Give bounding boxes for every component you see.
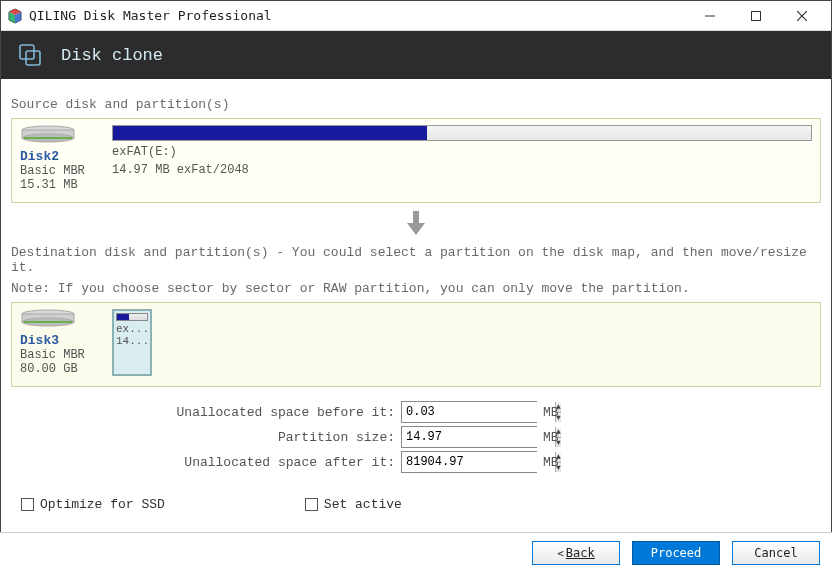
minimize-button[interactable] <box>687 1 733 31</box>
hdd-icon <box>20 309 76 327</box>
checkbox-box <box>305 498 318 511</box>
unit-label: MB <box>543 430 559 445</box>
unit-label: MB <box>543 405 559 420</box>
svg-rect-14 <box>413 211 419 223</box>
source-disk-type: Basic MBR <box>20 164 102 178</box>
dest-disk-box[interactable]: Disk3 Basic MBR 80.00 GB ex... 14... <box>11 302 821 387</box>
dest-disk-meta: Disk3 Basic MBR 80.00 GB <box>20 309 102 376</box>
window-title: QILING Disk Master Professional <box>29 8 272 23</box>
space-before-input[interactable] <box>402 402 555 422</box>
set-active-label: Set active <box>324 497 402 512</box>
svg-rect-5 <box>752 11 761 20</box>
space-before-label: Unallocated space before it: <box>11 405 401 420</box>
cancel-button-label: Cancel <box>754 546 797 560</box>
source-disk-size: 15.31 MB <box>20 178 102 192</box>
source-partition-detail: 14.97 MB exFat/2048 <box>112 163 812 177</box>
source-partition-area: exFAT(E:) 14.97 MB exFat/2048 <box>112 125 812 192</box>
dest-note: Note: If you choose sector by sector or … <box>11 281 821 296</box>
svg-marker-15 <box>407 223 425 235</box>
proceed-button-label: Proceed <box>651 546 702 560</box>
source-disk-name: Disk2 <box>20 149 102 164</box>
dest-partition-item[interactable]: ex... 14... <box>112 309 152 376</box>
back-button-label: Back <box>566 546 595 560</box>
dest-partition-area: ex... 14... <box>112 309 152 376</box>
space-before-stepper[interactable]: ▲▼ <box>401 401 537 423</box>
dest-heading: Destination disk and partition(s) - You … <box>11 245 821 275</box>
disk-clone-icon <box>17 42 43 68</box>
dest-partition-small-label-1: ex... <box>116 323 148 335</box>
partition-size-input[interactable] <box>402 427 555 447</box>
partition-size-label: Partition size: <box>11 430 401 445</box>
cancel-button[interactable]: Cancel <box>732 541 820 565</box>
close-button[interactable] <box>779 1 825 31</box>
hdd-icon <box>20 125 76 143</box>
title-bar: QILING Disk Master Professional <box>1 1 831 31</box>
dest-disk-size: 80.00 GB <box>20 362 102 376</box>
optimize-ssd-label: Optimize for SSD <box>40 497 165 512</box>
space-after-label: Unallocated space after it: <box>11 455 401 470</box>
source-partition-bar[interactable] <box>112 125 812 141</box>
options-row: Optimize for SSD Set active <box>21 497 821 512</box>
maximize-button[interactable] <box>733 1 779 31</box>
space-after-stepper[interactable]: ▲▼ <box>401 451 537 473</box>
dest-partition-small-label-2: 14... <box>116 335 148 347</box>
page-title: Disk clone <box>61 46 163 65</box>
checkbox-box <box>21 498 34 511</box>
source-disk-meta: Disk2 Basic MBR 15.31 MB <box>20 125 102 192</box>
partition-size-stepper[interactable]: ▲▼ <box>401 426 537 448</box>
arrow-down-icon <box>11 209 821 237</box>
dest-disk-name: Disk3 <box>20 333 102 348</box>
content-area: Source disk and partition(s) Disk2 Basic… <box>1 79 831 512</box>
space-after-input[interactable] <box>402 452 555 472</box>
source-partition-label: exFAT(E:) <box>112 145 812 159</box>
back-button[interactable]: < Back <box>532 541 620 565</box>
source-disk-box[interactable]: Disk2 Basic MBR 15.31 MB exFAT(E:) 14.97… <box>11 118 821 203</box>
footer-bar: < Back Proceed Cancel <box>0 532 832 573</box>
optimize-ssd-checkbox[interactable]: Optimize for SSD <box>21 497 165 512</box>
dest-disk-type: Basic MBR <box>20 348 102 362</box>
resize-form: Unallocated space before it: ▲▼ MB Parti… <box>11 401 821 473</box>
page-banner: Disk clone <box>1 31 831 79</box>
chevron-left-icon: < <box>557 547 564 560</box>
app-icon <box>7 8 23 24</box>
unit-label: MB <box>543 455 559 470</box>
source-heading: Source disk and partition(s) <box>11 97 821 112</box>
set-active-checkbox[interactable]: Set active <box>305 497 402 512</box>
proceed-button[interactable]: Proceed <box>632 541 720 565</box>
